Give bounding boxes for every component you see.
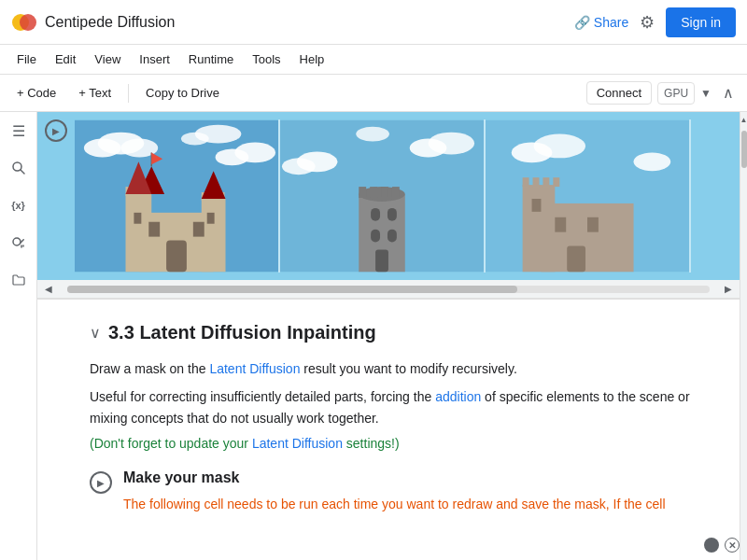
svg-point-1: [20, 14, 36, 31]
menu-tools[interactable]: Tools: [247, 50, 286, 68]
sidebar-variable-icon[interactable]: {x}: [7, 194, 30, 217]
svg-rect-61: [553, 177, 559, 187]
svg-rect-45: [381, 187, 388, 198]
menu-bar: File Edit View Insert Runtime Tools Help: [0, 45, 747, 75]
horizontal-scrollbar[interactable]: ◀ ▶: [37, 280, 740, 299]
toolbar-separator: [128, 84, 129, 103]
svg-rect-26: [193, 222, 204, 237]
castle-image-container: [37, 112, 740, 280]
svg-rect-29: [166, 241, 187, 273]
sidebar-folder-icon[interactable]: [7, 269, 30, 291]
svg-rect-50: [388, 230, 397, 243]
svg-rect-46: [392, 187, 400, 198]
content-area: ▶: [37, 112, 747, 560]
scrollbar-thumb[interactable]: [741, 131, 747, 168]
collapse-button[interactable]: ∧: [717, 82, 740, 104]
logo: Centipede Diffusion: [11, 9, 175, 35]
subsection-description: The following cell needs to be run each …: [123, 494, 702, 514]
image-section: ▶: [37, 112, 740, 300]
menu-help[interactable]: Help: [294, 50, 331, 68]
connect-button[interactable]: Connect: [586, 81, 652, 105]
svg-point-15: [195, 125, 242, 144]
svg-line-3: [21, 170, 24, 174]
svg-rect-51: [375, 249, 388, 272]
svg-rect-25: [148, 222, 160, 237]
settings-icon[interactable]: ⚙: [640, 12, 655, 33]
svg-rect-44: [370, 187, 377, 198]
svg-rect-27: [134, 213, 141, 224]
subsection-content: Make your mask The following cell needs …: [123, 469, 702, 514]
svg-rect-60: [543, 177, 549, 187]
description-2: Useful for correcting insufficiently det…: [90, 386, 702, 428]
share-link-icon: 🔗: [574, 15, 590, 30]
menu-edit[interactable]: Edit: [49, 50, 81, 68]
app-title: Centipede Diffusion: [45, 14, 175, 31]
menu-view[interactable]: View: [89, 50, 126, 68]
scroll-thumb[interactable]: [67, 286, 517, 293]
svg-rect-49: [371, 230, 380, 243]
castle-image-3: [486, 119, 691, 273]
svg-rect-63: [555, 217, 566, 232]
svg-point-40: [356, 127, 389, 142]
cell-run-button[interactable]: ▶: [45, 119, 67, 142]
svg-rect-43: [359, 187, 366, 198]
scroll-left-arrow[interactable]: ◀: [45, 284, 52, 294]
toolbar: + Code + Text Copy to Drive Connect GPU …: [0, 75, 747, 112]
menu-insert[interactable]: Insert: [134, 50, 176, 68]
co-logo-icon: [11, 9, 37, 35]
share-button[interactable]: 🔗 Share: [574, 15, 628, 30]
svg-rect-57: [523, 185, 556, 272]
svg-rect-18: [202, 199, 226, 272]
sidebar-search-icon[interactable]: [7, 157, 30, 179]
svg-point-39: [429, 133, 475, 155]
menu-file[interactable]: File: [11, 50, 42, 68]
scroll-track[interactable]: [67, 286, 710, 293]
svg-rect-48: [388, 208, 397, 221]
svg-rect-65: [567, 246, 585, 273]
svg-rect-58: [523, 177, 529, 187]
svg-point-54: [534, 134, 585, 159]
castle-image-1: [75, 119, 280, 273]
vertical-scrollbar[interactable]: ▲: [740, 112, 747, 560]
subsection-run-button[interactable]: ▶: [90, 471, 112, 494]
add-code-button[interactable]: + Code: [7, 82, 65, 104]
section-title: 3.3 Latent Diffusion Inpainting: [108, 322, 376, 343]
sidebar-menu-icon[interactable]: ☰: [7, 119, 30, 142]
svg-point-13: [234, 143, 275, 163]
dot-close-icon[interactable]: ✕: [725, 538, 740, 553]
parenthetical-text: (Don't forget to update your Latent Diff…: [90, 436, 702, 451]
top-bar: Centipede Diffusion 🔗 Share ⚙ Sign in: [0, 0, 747, 45]
bottom-dots: ✕: [704, 538, 740, 553]
gpu-button[interactable]: GPU: [657, 82, 695, 105]
svg-rect-64: [587, 217, 599, 232]
chevron-down-icon[interactable]: ▼: [700, 87, 712, 100]
menu-runtime[interactable]: Runtime: [183, 50, 239, 68]
svg-rect-17: [126, 194, 152, 272]
toolbar-right: Connect GPU ▼ ∧: [586, 81, 740, 105]
sidebar-key-icon[interactable]: [7, 231, 30, 254]
subsection-make-mask: ▶ Make your mask The following cell need…: [90, 469, 702, 514]
sign-in-button[interactable]: Sign in: [666, 7, 736, 37]
svg-point-37: [297, 151, 338, 172]
sidebar: ☰ {x}: [0, 112, 37, 560]
svg-rect-59: [533, 177, 540, 187]
main-layout: ☰ {x} ▶: [0, 112, 747, 560]
add-text-button[interactable]: + Text: [69, 82, 120, 104]
subsection-title: Make your mask: [123, 469, 702, 486]
svg-point-55: [634, 152, 671, 171]
dot-gray-icon[interactable]: [704, 538, 719, 553]
text-content: ∨ 3.3 Latent Diffusion Inpainting Draw a…: [37, 300, 740, 538]
svg-rect-28: [207, 213, 215, 224]
section-header: ∨ 3.3 Latent Diffusion Inpainting: [90, 322, 702, 343]
svg-rect-47: [371, 208, 380, 221]
top-right: 🔗 Share ⚙ Sign in: [574, 7, 736, 37]
copy-to-drive-button[interactable]: Copy to Drive: [136, 82, 229, 104]
castle-image-2: [280, 119, 486, 273]
svg-rect-62: [532, 199, 542, 212]
content-scroll[interactable]: ▶: [37, 112, 740, 560]
svg-point-4: [13, 238, 21, 245]
scroll-right-arrow[interactable]: ▶: [725, 284, 732, 294]
scrollbar-up-arrow[interactable]: ▲: [740, 116, 747, 124]
description-1: Draw a mask on the Latent Diffusion resu…: [90, 358, 702, 379]
section-collapse-icon[interactable]: ∨: [90, 324, 101, 342]
